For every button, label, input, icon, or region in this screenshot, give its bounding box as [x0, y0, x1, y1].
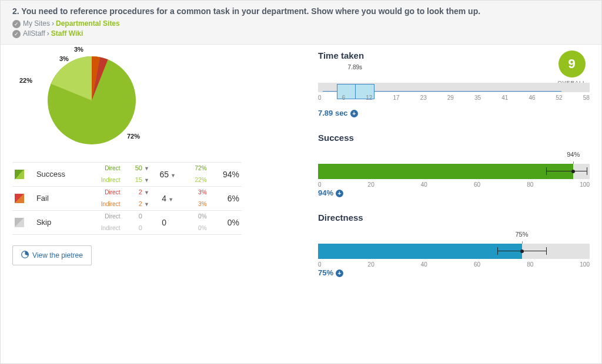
check-icon: ✓	[12, 20, 21, 28]
question-body: You need to reference procedures for a c…	[21, 6, 480, 16]
question-text: 2. You need to reference procedures for …	[12, 6, 590, 16]
outcome-name: Skip	[34, 210, 86, 234]
filter-icon[interactable]: ▼	[144, 177, 149, 184]
axis-tick: 60	[474, 261, 480, 268]
indirect-count: 15▼	[125, 176, 149, 184]
path-end[interactable]: Departmental Sites	[56, 19, 120, 28]
outcome-name: Success	[34, 162, 86, 186]
direct-pct: 72%	[186, 164, 206, 172]
total-pct: 6%	[209, 186, 242, 210]
filter-icon[interactable]: ▼	[170, 173, 176, 178]
path-start: My Sites	[23, 19, 50, 28]
axis-tick: 60	[474, 181, 480, 188]
direct-count: 0▼	[125, 213, 149, 221]
indirect-label: Indirect	[88, 176, 121, 184]
axis-tick: 40	[421, 181, 427, 188]
indirect-pct: 3%	[186, 200, 206, 208]
expand-icon: +	[336, 190, 343, 197]
axis-tick: 80	[527, 261, 533, 268]
path-end[interactable]: Staff Wiki	[51, 29, 83, 38]
directness-title: Directness	[318, 213, 590, 223]
path-start: AllStaff	[23, 29, 45, 38]
filter-icon[interactable]: ▼	[144, 165, 149, 173]
outcome-table: SuccessDirect50▼65▼72%94%Indirect15▼22%F…	[12, 162, 242, 235]
axis-tick: 12	[366, 95, 372, 101]
pie-chart: 72% 22% 3% 3%	[12, 50, 242, 156]
total-count: 4▼	[152, 186, 184, 210]
time-summary[interactable]: 7.89 sec+	[318, 109, 590, 117]
total-pct: 94%	[209, 162, 242, 186]
axis-tick: 23	[420, 95, 427, 101]
directness-section: Directness 75% 020406080100 75%+	[318, 213, 590, 277]
success-summary[interactable]: 94%+	[318, 188, 590, 197]
indirect-label: Indirect	[88, 224, 121, 232]
swatch	[15, 218, 24, 227]
direct-pct: 0%	[186, 213, 206, 220]
total-count: 0▼	[152, 210, 184, 234]
pie-label-22: 22%	[19, 77, 32, 84]
view-pietree-label: View the pietree	[32, 251, 83, 259]
time-taken-title: Time taken	[318, 50, 590, 60]
success-value-label: 94%	[567, 151, 580, 158]
filter-icon[interactable]: ▼	[168, 197, 173, 203]
swatch	[15, 194, 24, 203]
axis-tick: 52	[556, 95, 563, 101]
check-icon: ✓	[12, 30, 21, 38]
axis-tick: 58	[583, 95, 590, 101]
axis-tick: 46	[529, 95, 535, 101]
axis-tick: 17	[393, 95, 399, 101]
direct-label: Direct	[88, 213, 121, 220]
outcome-name: Fail	[34, 186, 86, 210]
axis-tick: 100	[580, 261, 590, 268]
axis-tick: 29	[447, 95, 454, 101]
indirect-pct: 0%	[186, 224, 206, 232]
pie-svg	[48, 56, 136, 144]
question-header: 2. You need to reference procedures for …	[1, 1, 601, 45]
expand-icon: +	[350, 110, 358, 117]
filter-icon[interactable]: ▼	[144, 189, 149, 197]
indirect-label: Indirect	[88, 200, 121, 208]
axis-tick: 80	[527, 181, 533, 188]
directness-value-label: 75%	[515, 231, 528, 238]
indirect-count: 0▼	[125, 224, 149, 232]
answer-paths: ✓My Sites›Departmental Sites✓AllStaff›St…	[12, 19, 590, 38]
axis-tick: 35	[474, 95, 481, 101]
time-taken-chart: 7.89s 06121723293541465258	[318, 64, 590, 109]
pie-label-3b: 3%	[74, 46, 83, 53]
pie-label-72: 72%	[127, 133, 140, 140]
total-count: 65▼	[152, 162, 184, 186]
axis-tick: 40	[421, 261, 427, 268]
view-pietree-button[interactable]: View the pietree	[12, 245, 92, 265]
indirect-pct: 22%	[186, 176, 206, 184]
axis-tick: 0	[318, 261, 322, 268]
axis-tick: 0	[318, 181, 322, 188]
direct-label: Direct	[88, 188, 121, 196]
time-taken-section: Time taken 7.89s 06121723293541465258 7.…	[318, 50, 590, 117]
total-pct: 0%	[209, 210, 242, 234]
pie-label-3a: 3%	[59, 55, 69, 62]
directness-chart: 75% 020406080100	[318, 226, 590, 268]
pietree-icon	[21, 251, 29, 260]
question-number: 2.	[12, 6, 19, 16]
direct-pct: 3%	[186, 188, 206, 196]
axis-tick: 0	[318, 95, 322, 101]
direct-count: 50▼	[125, 164, 149, 173]
swatch	[15, 170, 24, 179]
axis-tick: 20	[368, 181, 374, 188]
axis-tick: 41	[501, 95, 508, 101]
axis-tick: 100	[580, 181, 590, 188]
success-section: Success 94% 020406080100 94%+	[318, 133, 590, 197]
direct-label: Direct	[88, 164, 121, 172]
indirect-count: 2▼	[125, 200, 149, 208]
axis-tick: 6	[342, 95, 346, 101]
time-tooltip: 7.89s	[348, 64, 362, 70]
success-chart: 94% 020406080100	[318, 146, 590, 188]
success-title: Success	[318, 133, 590, 143]
direct-count: 2▼	[125, 188, 149, 197]
axis-tick: 20	[368, 261, 374, 268]
filter-icon[interactable]: ▼	[144, 201, 149, 208]
expand-icon: +	[336, 269, 343, 277]
directness-summary[interactable]: 75%+	[318, 268, 590, 277]
